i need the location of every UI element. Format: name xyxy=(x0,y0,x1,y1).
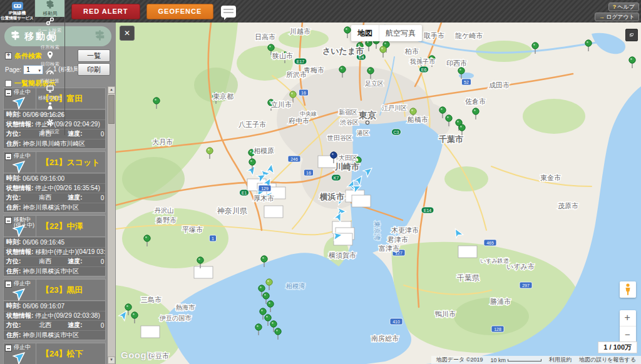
svg-text:246: 246 xyxy=(290,157,298,161)
nav-item-label: ルート検索 xyxy=(38,27,61,33)
nav-item-label: 移動局履歴 xyxy=(38,94,62,101)
vehicle-arrow-icon xyxy=(13,225,25,240)
report-error-link[interactable]: 地図の誤りを報告する xyxy=(579,356,636,364)
nav-item-label: 移動局 xyxy=(43,10,57,16)
svg-text:410: 410 xyxy=(392,320,400,324)
nav-item-geofence[interactable]: ジオフェンス xyxy=(35,101,65,118)
collapse-icon[interactable] xyxy=(5,153,12,160)
close-panel-button[interactable] xyxy=(120,26,135,41)
map-label: 神奈川県 xyxy=(217,206,247,215)
road-shield[interactable]: 410 xyxy=(390,318,403,325)
simple-view-checkbox[interactable] xyxy=(5,80,12,87)
nav-item-label: 各種設定 xyxy=(40,128,59,134)
marker-label-box[interactable] xyxy=(352,195,371,207)
vehicle-entry[interactable]: 停止中 【21】スコット 時刻:06/06 09:16:00 状態情報:停止中(… xyxy=(3,151,106,213)
map-label: 成田市 xyxy=(489,81,510,89)
pegman-button[interactable] xyxy=(620,281,636,298)
geofence-button[interactable]: GEOFENCE xyxy=(146,4,214,19)
collapse-icon[interactable] xyxy=(5,281,12,288)
marker-label-box[interactable] xyxy=(458,246,477,258)
road-shield[interactable]: E6 xyxy=(419,66,429,73)
road-shield[interactable]: 297 xyxy=(520,282,532,288)
app-logo[interactable]: IP無線機 位置情報サービス xyxy=(0,0,35,23)
svg-text:C3: C3 xyxy=(394,130,399,134)
map-label: 大田区 xyxy=(339,154,357,161)
message-bubble-icon[interactable] xyxy=(221,6,236,18)
heading-value: 北西 xyxy=(39,321,51,330)
speed-label: 速度: xyxy=(68,321,82,330)
list-button[interactable]: 一覧 xyxy=(78,49,110,62)
marker-label-box[interactable] xyxy=(264,206,283,218)
road-shield[interactable]: E1 xyxy=(240,190,249,196)
vehicle-entry-header: 停止中 【23】黒田 xyxy=(4,280,105,301)
map-label: 江戸川区 xyxy=(382,104,407,111)
vehicle-entry[interactable]: 移動中(停止中) 【22】中澤 時刻:06/06 09:16:45 状態情報:移… xyxy=(3,215,106,276)
map-tool-button[interactable] xyxy=(625,29,638,41)
map-label: いすみ市 xyxy=(506,263,535,270)
vehicle-entry[interactable]: 停止中 【23】黒田 時刻:06/06 09:16:07 状態情報:停止中(09… xyxy=(3,279,106,340)
map-label: 茂原市 xyxy=(558,202,578,210)
map-label: 勝浦市 xyxy=(490,298,511,305)
scroll-down-icon[interactable] xyxy=(108,356,115,364)
top-nav: IP無線機 位置情報サービス 移動局ルート検索住所検索目印検索距離計算移動局履歴… xyxy=(0,0,641,23)
nav-item-mobile-station[interactable]: 移動局 xyxy=(35,0,65,17)
nav-item-settings[interactable]: 各種設定 xyxy=(35,118,65,135)
map-type-satellite[interactable]: 航空写真 xyxy=(379,25,422,41)
road-shield[interactable]: C3 xyxy=(392,129,401,135)
print-button[interactable]: 印刷 xyxy=(78,63,110,76)
svg-text:1: 1 xyxy=(212,236,214,241)
map-label: 平塚市 xyxy=(182,226,203,233)
marker-label-box[interactable] xyxy=(194,266,213,278)
road-shield[interactable]: K7 xyxy=(332,174,341,181)
map-label: 東京湾 xyxy=(374,221,381,240)
collapse-icon[interactable] xyxy=(5,89,12,96)
scroll-up-icon[interactable] xyxy=(108,86,115,94)
expand-icon[interactable] xyxy=(5,53,12,59)
road-shield[interactable]: 128 xyxy=(491,326,504,332)
vehicle-entry[interactable]: 停止中 【24】松下 時刻:06/06 09:16:23 状態情報:停止中(09… xyxy=(3,343,106,364)
road-shield[interactable]: 465 xyxy=(484,240,496,246)
map-label: 木更津市 xyxy=(391,226,419,234)
time-value: 06/06 09:16:07 xyxy=(23,303,64,310)
logout-button[interactable]: ログアウト xyxy=(595,13,639,21)
map-label: 新宿区 xyxy=(339,109,357,116)
speed-label: 速度: xyxy=(68,193,82,202)
road-shield[interactable]: 246 xyxy=(288,156,300,162)
help-button[interactable]: ヘルプ xyxy=(608,3,639,11)
road-shield[interactable]: 16 xyxy=(304,169,314,176)
collapse-icon[interactable] xyxy=(5,345,12,351)
road-shield[interactable]: E17 xyxy=(294,58,307,64)
scroll-thumb[interactable] xyxy=(108,95,115,124)
vehicle-arrow-icon xyxy=(13,288,25,303)
nav-item-landmark-search[interactable]: 目印検索 xyxy=(35,51,65,68)
terms-link[interactable]: 利用規約 xyxy=(549,356,572,364)
heading-value: 南西 xyxy=(39,257,51,266)
map-canvas[interactable]: 1616129246152127465297410128E1E17E4E6E14… xyxy=(116,23,641,364)
marker-label-box[interactable] xyxy=(141,326,160,338)
map-type-map[interactable]: 地図 xyxy=(351,25,379,41)
zoom-in-button[interactable] xyxy=(620,310,636,326)
nav-item-distance-calc[interactable]: 距離計算 xyxy=(35,68,65,84)
nav-item-address-search[interactable]: 住所検索 xyxy=(35,34,65,51)
map-label: 中央線 xyxy=(300,111,317,117)
map-label: 鴨川市 xyxy=(435,310,456,318)
gear-icon xyxy=(46,118,54,127)
map-label: 渋谷区 xyxy=(340,119,359,126)
red-alert-button[interactable]: RED ALERT xyxy=(71,4,140,19)
status-label: 状態情報: xyxy=(6,184,33,193)
nav-item-route-search[interactable]: ルート検索 xyxy=(35,17,65,34)
status-value: 停止中(09/26 16:35:54) xyxy=(35,184,100,193)
google-watermark: Google xyxy=(121,350,155,360)
heading-label: 方位: xyxy=(6,193,21,202)
road-shield[interactable]: 129 xyxy=(259,185,271,191)
road-shield[interactable]: 16 xyxy=(299,89,309,96)
address-label: 住所: xyxy=(6,267,21,276)
nav-item-station-history[interactable]: 移動局履歴 xyxy=(35,84,65,101)
address-value: 神奈川県横浜市中区 xyxy=(23,331,79,340)
app-name-line1: IP無線機 xyxy=(9,11,26,16)
list-scrollbar[interactable] xyxy=(108,86,115,364)
road-shield[interactable]: 1 xyxy=(210,235,217,241)
road-shield[interactable]: 52 xyxy=(462,79,471,85)
road-shield[interactable]: E14 xyxy=(421,207,434,213)
collapse-icon[interactable] xyxy=(5,217,12,224)
